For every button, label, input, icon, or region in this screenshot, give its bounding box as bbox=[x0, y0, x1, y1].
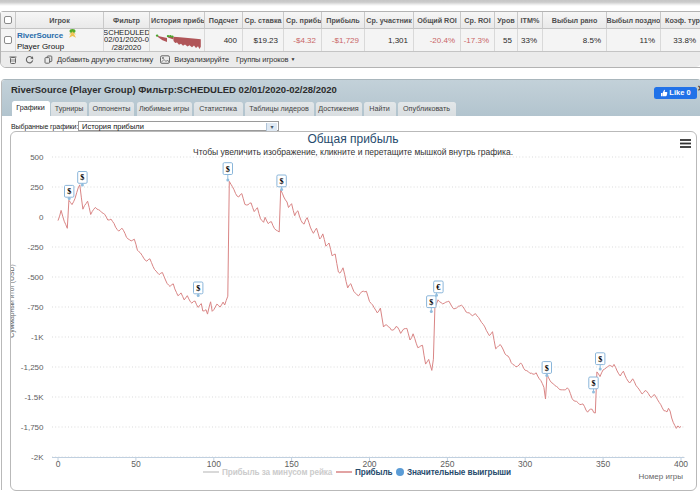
svg-text:$: $ bbox=[280, 177, 284, 186]
svg-text:500: 500 bbox=[30, 153, 44, 162]
svg-text:Прибыль за минусом рейка: Прибыль за минусом рейка bbox=[222, 467, 333, 477]
svg-text:$: $ bbox=[591, 379, 595, 388]
svg-text:-750: -750 bbox=[27, 303, 44, 312]
svg-text:Суммарный итог (USD): Суммарный итог (USD) bbox=[11, 264, 16, 337]
svg-text:50: 50 bbox=[131, 459, 141, 469]
svg-text:Номер игры: Номер игры bbox=[639, 472, 684, 481]
svg-text:350: 350 bbox=[596, 459, 610, 469]
svg-text:-1,250: -1,250 bbox=[21, 363, 44, 372]
svg-text:-500: -500 bbox=[27, 273, 44, 282]
svg-text:$: $ bbox=[226, 165, 230, 174]
svg-text:-250: -250 bbox=[27, 243, 44, 252]
svg-text:250: 250 bbox=[30, 183, 44, 192]
svg-text:-1.5K: -1.5K bbox=[24, 393, 44, 402]
svg-text:$: $ bbox=[67, 187, 71, 196]
svg-text:Прибыль: Прибыль bbox=[355, 467, 393, 477]
svg-text:-1,750: -1,750 bbox=[21, 423, 44, 432]
svg-text:100: 100 bbox=[207, 459, 221, 469]
svg-text:$: $ bbox=[545, 364, 549, 373]
svg-text:300: 300 bbox=[518, 459, 532, 469]
svg-text:$: $ bbox=[196, 284, 200, 293]
svg-text:$: $ bbox=[429, 298, 433, 307]
svg-text:0: 0 bbox=[39, 213, 44, 222]
svg-text:$: $ bbox=[80, 173, 84, 182]
svg-text:Чтобы увеличить изображение, к: Чтобы увеличить изображение, кликните и … bbox=[193, 147, 513, 157]
svg-text:-2K: -2K bbox=[31, 453, 44, 462]
svg-text:Общая прибыль: Общая прибыль bbox=[307, 132, 398, 146]
svg-text:€: € bbox=[436, 283, 440, 292]
svg-text:400: 400 bbox=[674, 459, 688, 469]
svg-text:Значительные выигрыши: Значительные выигрыши bbox=[407, 468, 511, 477]
svg-text:-1K: -1K bbox=[31, 333, 44, 342]
svg-text:0: 0 bbox=[56, 459, 61, 469]
svg-text:$: $ bbox=[598, 355, 602, 364]
